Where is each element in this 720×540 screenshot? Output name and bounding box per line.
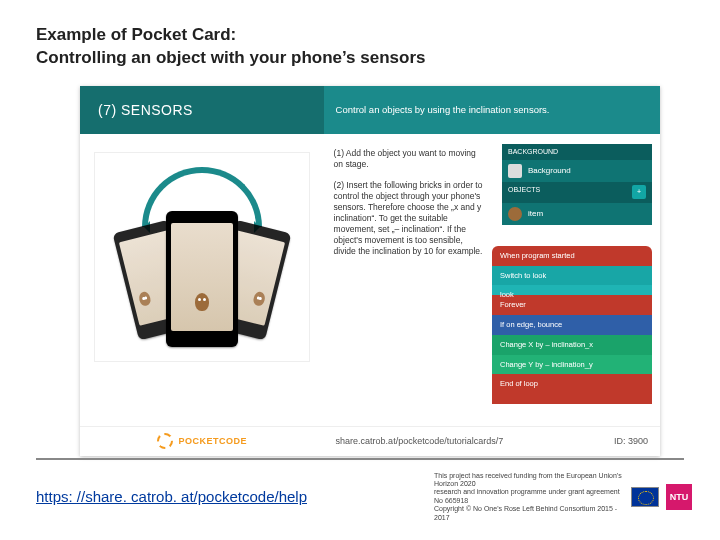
add-object-icon: +	[632, 185, 646, 199]
title-line1: Example of Pocket Card:	[36, 25, 236, 44]
card-body: (1) Add the object you want to moving on…	[80, 134, 660, 426]
divider-line	[36, 458, 684, 460]
eu-flag-icon	[632, 488, 658, 506]
funding-line3: Copyright © No One's Rose Left Behind Co…	[434, 505, 624, 522]
step-1: (1) Add the object you want to moving on…	[334, 148, 484, 170]
section-objects: OBJECTS +	[502, 182, 652, 202]
card-header-right: Control an objects by using the inclinat…	[324, 86, 660, 134]
brick-change-x: Change X by – inclination_x	[492, 335, 652, 355]
brick-end-loop: End of loop	[492, 374, 652, 394]
brick-look-value: look	[492, 285, 652, 295]
row-item: item	[502, 202, 652, 225]
section-background: BACKGROUND	[502, 144, 652, 159]
brick-edge-bounce: If on edge, bounce	[492, 315, 652, 335]
pocketcode-logo-icon	[157, 433, 173, 449]
card-stage	[80, 134, 324, 426]
help-link[interactable]: https: //share. catrob. at/pocketcode/he…	[36, 488, 307, 505]
step-2: (2) Insert the following bricks in order…	[334, 180, 484, 257]
card-footer-id: ID: 3900	[614, 436, 648, 446]
phone-center	[166, 211, 238, 347]
card-footer-url: share.catrob.at/pocketcode/tutorialcards…	[336, 436, 504, 446]
brick-switch-look: Switch to look	[492, 266, 652, 286]
pocketcode-brand-label: POCKETCODE	[179, 436, 248, 446]
row-background-label: Background	[528, 166, 571, 176]
section-background-label: BACKGROUND	[508, 147, 558, 156]
title-line2: Controlling an object with your phone’s …	[36, 48, 425, 67]
row-item-label: item	[528, 209, 543, 219]
row-background: Background	[502, 159, 652, 182]
funding-line1: This project has received funding from t…	[434, 472, 624, 489]
slide-footer: https: //share. catrob. at/pocketcode/he…	[0, 472, 720, 522]
brick-change-y: Change Y by – inclination_y	[492, 355, 652, 375]
card-footer: POCKETCODE share.catrob.at/pocketcode/tu…	[80, 426, 660, 456]
card-header-left: (7) SENSORS	[80, 86, 324, 134]
ntu-logo: NTU	[666, 484, 692, 510]
slide-title: Example of Pocket Card: Controlling an o…	[0, 0, 720, 82]
phones-illustration	[94, 152, 310, 362]
pocket-card: (7) SENSORS Control an objects by using …	[80, 86, 660, 456]
funding-text: This project has received funding from t…	[434, 472, 624, 522]
card-instructions: (1) Add the object you want to moving on…	[324, 134, 660, 426]
funding-line2: research and innovation programme under …	[434, 488, 624, 505]
pocketcode-brand: POCKETCODE	[80, 433, 324, 449]
brick-stack: When program started Switch to look look…	[492, 246, 652, 404]
brick-forever: Forever	[492, 295, 652, 315]
card-header: (7) SENSORS Control an objects by using …	[80, 86, 660, 134]
section-objects-label: OBJECTS	[508, 185, 540, 199]
item-thumb-icon	[508, 207, 522, 221]
background-thumb-icon	[508, 164, 522, 178]
mini-app-objects: BACKGROUND Background OBJECTS + item	[502, 144, 652, 225]
brick-when-started: When program started	[492, 246, 652, 266]
brick-tail	[492, 394, 652, 404]
card-meta: share.catrob.at/pocketcode/tutorialcards…	[324, 436, 660, 446]
